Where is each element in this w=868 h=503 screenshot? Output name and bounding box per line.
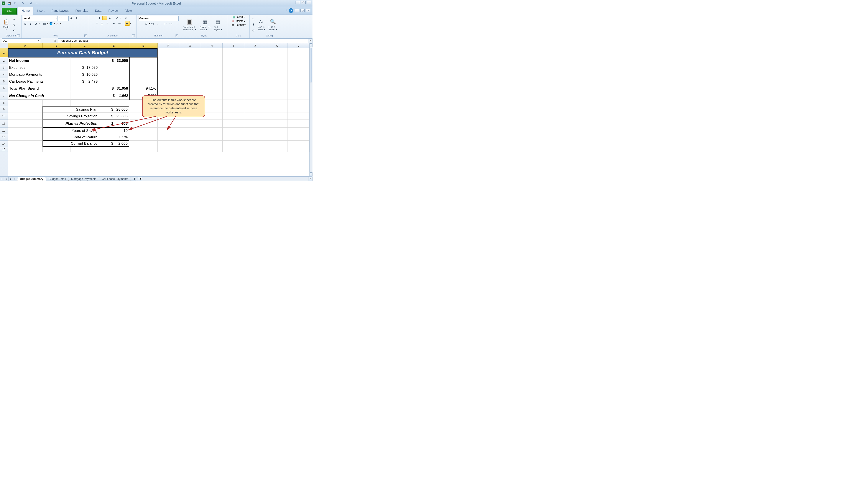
cell-G2[interactable] (179, 57, 201, 64)
cell-D10[interactable]: $ 25,606 (99, 113, 129, 120)
clear-button[interactable]: ◇ (251, 28, 256, 33)
cell-K15[interactable] (266, 147, 288, 152)
cell-F5[interactable] (157, 78, 179, 85)
row-header-3[interactable]: 3 (0, 64, 8, 71)
column-header-L[interactable]: L (288, 43, 309, 48)
cell-G6[interactable] (179, 85, 201, 92)
sheet-tab-mortgage-payments[interactable]: Mortgage Payments (68, 177, 99, 181)
cell-C5[interactable]: $ 2,479 (71, 78, 99, 85)
cell-A12[interactable] (8, 127, 42, 134)
cell-G4[interactable] (179, 71, 201, 78)
cell-E6[interactable]: 94.1% (129, 85, 157, 92)
column-header-E[interactable]: E (129, 43, 157, 48)
qat-print-button[interactable]: 🖨 (29, 1, 34, 6)
scroll-left-button[interactable]: ◀ (138, 177, 142, 181)
column-header-H[interactable]: H (201, 43, 223, 48)
cell-J5[interactable] (244, 78, 266, 85)
row-header-12[interactable]: 12 (0, 127, 8, 134)
underline-button[interactable]: U (33, 21, 38, 26)
cell-E11[interactable] (129, 120, 157, 127)
formula-expand-button[interactable]: ▾ (308, 39, 312, 43)
percent-button[interactable]: % (151, 21, 155, 26)
cell-A9[interactable] (8, 106, 42, 113)
cell-L9[interactable] (288, 106, 309, 113)
cell-A10[interactable] (8, 113, 42, 120)
cell-L12[interactable] (288, 127, 309, 134)
cell-F6[interactable] (157, 85, 179, 92)
cell-A14[interactable] (8, 140, 42, 147)
paste-button[interactable]: 📋 Paste ▾ (1, 18, 11, 31)
increase-decimal-button[interactable]: .0→ (163, 21, 168, 26)
find-select-button[interactable]: 🔍Find &Select ▾ (267, 18, 279, 31)
cell-K4[interactable] (266, 71, 288, 78)
cell-K9[interactable] (266, 106, 288, 113)
cell-I5[interactable] (223, 78, 244, 85)
copy-button[interactable]: ⧉ (12, 22, 17, 27)
scroll-down-button[interactable]: ▼ (310, 172, 312, 176)
cell-I4[interactable] (223, 71, 244, 78)
tab-view[interactable]: View (122, 7, 135, 14)
align-left-button[interactable]: ≡ (95, 21, 100, 25)
shrink-font-button[interactable]: A (74, 16, 79, 21)
cell-H1[interactable] (201, 48, 223, 57)
cell-I11[interactable] (223, 120, 244, 127)
format-as-table-button[interactable]: ▦Format asTable ▾ (198, 18, 212, 31)
cell-A5[interactable]: Car Lease Payments (8, 78, 71, 85)
scroll-right-button[interactable]: ▶ (309, 177, 312, 181)
fill-button[interactable]: ⬇ (251, 22, 256, 27)
cell-K10[interactable] (266, 113, 288, 120)
cell-K12[interactable] (266, 127, 288, 134)
cell-G13[interactable] (179, 134, 201, 140)
sheet-tab-budget-summary[interactable]: Budget Summary (17, 177, 46, 181)
cell-C6[interactable] (71, 85, 99, 92)
cell-H12[interactable] (201, 127, 223, 134)
cell-C7[interactable] (71, 92, 99, 100)
cell-A3[interactable]: Expenses (8, 64, 71, 71)
cell-I2[interactable] (223, 57, 244, 64)
qat-undo-more-icon[interactable]: ▾ (18, 1, 20, 6)
cell-D5[interactable] (99, 78, 129, 85)
workbook-close-button[interactable]: ✕ (306, 9, 310, 12)
row-header-5[interactable]: 5 (0, 78, 8, 85)
formula-input[interactable]: Personal Cash Budget (58, 39, 308, 43)
column-header-J[interactable]: J (244, 43, 266, 48)
align-bottom-button[interactable]: ⬇ (107, 15, 112, 20)
cell-A2[interactable]: Net Income (8, 57, 71, 64)
row-header-2[interactable]: 2 (0, 57, 8, 64)
cell-K11[interactable] (266, 120, 288, 127)
cell-D8[interactable] (99, 100, 129, 106)
cell-L2[interactable] (288, 57, 309, 64)
cell-A7[interactable]: Net Change in Cash (8, 92, 71, 100)
cell-J13[interactable] (244, 134, 266, 140)
fx-label[interactable]: fx (54, 39, 56, 42)
tab-data[interactable]: Data (92, 7, 105, 14)
cell-I14[interactable] (223, 140, 244, 147)
cell-styles-button[interactable]: ▤CellStyles ▾ (213, 18, 224, 31)
cell-F12[interactable] (157, 127, 179, 134)
qat-undo-button[interactable]: ↶ (12, 1, 17, 6)
insert-cells-button[interactable]: ▦ Insert ▾ (232, 15, 245, 19)
help-icon[interactable]: ? (289, 8, 293, 13)
cell-A6[interactable]: Total Plan Spend (8, 85, 71, 92)
merge-center-button[interactable]: ⬌ (125, 21, 130, 25)
cell-G1[interactable] (179, 48, 201, 57)
cell-D3[interactable] (99, 64, 129, 71)
increase-indent-button[interactable]: ⇥ (117, 21, 122, 25)
cell-L13[interactable] (288, 134, 309, 140)
cell-F13[interactable] (157, 134, 179, 140)
bold-button[interactable]: B (23, 21, 28, 26)
row-header-15[interactable]: 15 (0, 147, 8, 152)
ribbon-minimize-icon[interactable]: ^ (286, 9, 287, 12)
cell-D15[interactable] (99, 147, 129, 152)
cell-H6[interactable] (201, 85, 223, 92)
cell-K3[interactable] (266, 64, 288, 71)
cell-E15[interactable] (129, 147, 157, 152)
scroll-up-button[interactable]: ▲ (310, 43, 312, 47)
excel-app-icon[interactable]: X (1, 1, 6, 6)
cell-K14[interactable] (266, 140, 288, 147)
cell-G14[interactable] (179, 140, 201, 147)
cell-I6[interactable] (223, 85, 244, 92)
cell-K5[interactable] (266, 78, 288, 85)
decrease-decimal-button[interactable]: ←.0 (168, 21, 173, 26)
vertical-scrollbar[interactable]: ▲ ▼ (309, 43, 312, 176)
